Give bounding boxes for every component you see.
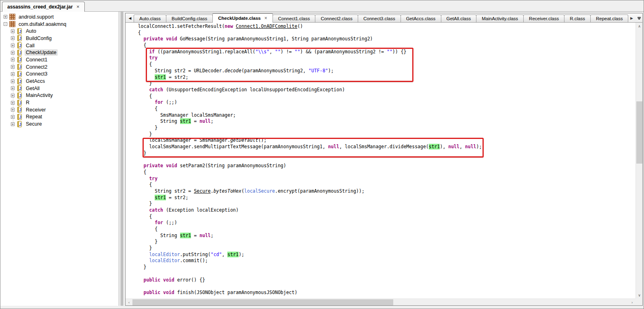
editor-tab-repeat-class[interactable]: Repeat.class	[590, 15, 628, 22]
tree-item-checkupdate[interactable]: + J CheckUpdate	[0, 49, 119, 56]
java-class-icon: J	[17, 78, 23, 84]
expand-icon[interactable]: +	[11, 65, 15, 69]
scroll-right-icon[interactable]: ›	[629, 299, 636, 305]
code-line: catch (Exception localException)	[127, 207, 636, 214]
tree-item-android-support[interactable]: + android.support	[0, 13, 119, 21]
editor-tab-checkupdate-class[interactable]: CheckUpdate.class×	[212, 13, 273, 23]
tree-item-label: Auto	[25, 28, 38, 34]
java-class-icon: J	[17, 114, 23, 120]
vertical-scrollbar-thumb[interactable]	[636, 101, 642, 164]
code-line: try	[127, 55, 636, 61]
scrollbar-corner	[636, 298, 642, 305]
expand-icon[interactable]: +	[4, 15, 7, 19]
tree-item-label: Connect3	[25, 71, 49, 77]
panel-splitter[interactable]	[119, 12, 125, 306]
code-line: }	[127, 239, 636, 245]
code-line: str1 = str2;	[127, 195, 636, 201]
tree-item-buildconfig[interactable]: + J BuildConfig	[0, 35, 119, 42]
java-class-icon: J	[17, 107, 23, 113]
expand-icon[interactable]: +	[11, 115, 15, 119]
editor-tab-auto-class[interactable]: Auto.class	[134, 15, 166, 22]
tree-item-repeat[interactable]: + J Repeat	[0, 114, 119, 121]
editor-tab-getall-class[interactable]: GetAll.class	[441, 15, 477, 22]
editor-tab-buildconfig-class[interactable]: BuildConfig.class	[166, 15, 213, 22]
scroll-left-icon[interactable]: ‹	[126, 299, 132, 305]
window-tab-label: assassins_creed_dex2jar.jar	[7, 4, 73, 10]
svg-text:J: J	[19, 36, 21, 41]
code-editor[interactable]: localConnect1.setFetcherResult(new Conne…	[126, 23, 636, 298]
expand-icon[interactable]: +	[11, 94, 15, 97]
expand-icon[interactable]: +	[11, 108, 15, 111]
expand-icon[interactable]: +	[11, 36, 15, 40]
expand-icon[interactable]: +	[11, 58, 15, 61]
horizontal-scrollbar[interactable]: ‹ ›	[126, 298, 636, 305]
tree-item-com-dsifakf-aoakmnq[interactable]: - com.dsifakf.aoakmnq	[0, 21, 119, 28]
tree-item-connect2[interactable]: + J Connect2	[0, 63, 119, 71]
editor-tab-label: Connect1.class	[278, 16, 310, 21]
package-icon	[9, 21, 15, 27]
tree-item-secure[interactable]: + J Secure	[0, 120, 119, 128]
expand-icon[interactable]: +	[11, 80, 15, 83]
svg-text:J: J	[19, 58, 21, 62]
editor-tab-connect1-class[interactable]: Connect1.class	[273, 15, 316, 22]
tree-item-label: GetAccs	[25, 78, 46, 84]
tab-scroll-right-button[interactable]: ▶	[628, 14, 635, 22]
expand-icon[interactable]: +	[11, 86, 15, 90]
java-class-icon: J	[17, 85, 23, 91]
scroll-down-icon[interactable]: ∨	[636, 292, 642, 298]
svg-text:J: J	[19, 101, 21, 105]
java-class-icon: J	[17, 92, 23, 99]
editor-tab-label: R.class	[570, 16, 585, 21]
expand-icon[interactable]: +	[11, 72, 15, 76]
code-line: localEditor.commit();	[127, 258, 636, 264]
code-line: {	[127, 214, 636, 220]
expand-icon[interactable]: +	[11, 101, 15, 105]
tree-item-call[interactable]: + J Call	[0, 42, 119, 49]
tree-item-auto[interactable]: + J Auto	[0, 27, 119, 35]
code-line: }	[127, 150, 636, 157]
tree-item-r[interactable]: + J R	[0, 99, 119, 106]
close-icon[interactable]: ×	[264, 16, 267, 20]
horizontal-scrollbar-thumb[interactable]	[132, 299, 393, 305]
tab-scroll-left-button[interactable]: ◀	[126, 14, 134, 22]
tab-list-button[interactable]	[635, 14, 643, 22]
svg-text:J: J	[19, 79, 21, 84]
scroll-up-icon[interactable]: ∧	[636, 23, 642, 29]
editor-tab-mainactivity-class[interactable]: MainActivity.class	[476, 15, 524, 22]
java-class-icon: J	[17, 71, 23, 77]
expand-icon[interactable]: +	[11, 29, 15, 33]
editor-tab-connect3-class[interactable]: Connect3.class	[358, 15, 401, 22]
code-line: {	[127, 106, 636, 112]
collapse-icon[interactable]: -	[4, 22, 7, 26]
svg-text:J: J	[19, 122, 21, 126]
tree-item-connect3[interactable]: + J Connect3	[0, 71, 119, 78]
code-line: localEditor.putString("cd", str1);	[127, 252, 636, 258]
svg-text:J: J	[19, 44, 21, 48]
editor-tab-connect2-class[interactable]: Connect2.class	[315, 15, 358, 22]
editor-tab-r-class[interactable]: R.class	[564, 15, 591, 22]
svg-text:J: J	[19, 108, 21, 112]
tree-item-connect1[interactable]: + J Connect1	[0, 56, 119, 63]
java-class-icon: J	[17, 28, 23, 34]
window-tab-jar[interactable]: assassins_creed_dex2jar.jar ×	[2, 2, 85, 12]
tree-item-label: Call	[25, 42, 36, 49]
editor-tab-receiver-class[interactable]: Receiver.class	[523, 15, 564, 22]
editor-tab-label: Connect2.class	[321, 16, 352, 21]
expand-icon[interactable]: +	[11, 122, 15, 126]
tree-item-mainactivity[interactable]: + J MainActivity	[0, 92, 119, 99]
editor-tab-getaccs-class[interactable]: GetAccs.class	[401, 15, 441, 22]
tree-item-label: CheckUpdate	[25, 49, 58, 56]
editor-tab-label: Auto.class	[139, 16, 161, 21]
vertical-scrollbar[interactable]: ∧ ∨	[636, 23, 642, 298]
splitter-ridge-icon	[121, 12, 123, 306]
tree-item-receiver[interactable]: + J Receiver	[0, 106, 119, 114]
window-tab-bar: assassins_creed_dex2jar.jar ×	[0, 0, 644, 12]
code-line: localConnect1.setFetcherResult(new Conne…	[127, 23, 636, 30]
tree-item-getaccs[interactable]: + J GetAccs	[0, 78, 119, 85]
code-line: }	[127, 245, 636, 252]
tree-item-getall[interactable]: + J GetAll	[0, 85, 119, 92]
expand-icon[interactable]: +	[11, 51, 15, 55]
close-icon[interactable]: ×	[76, 5, 80, 9]
tree-item-label: MainActivity	[25, 92, 54, 99]
expand-icon[interactable]: +	[11, 44, 15, 47]
